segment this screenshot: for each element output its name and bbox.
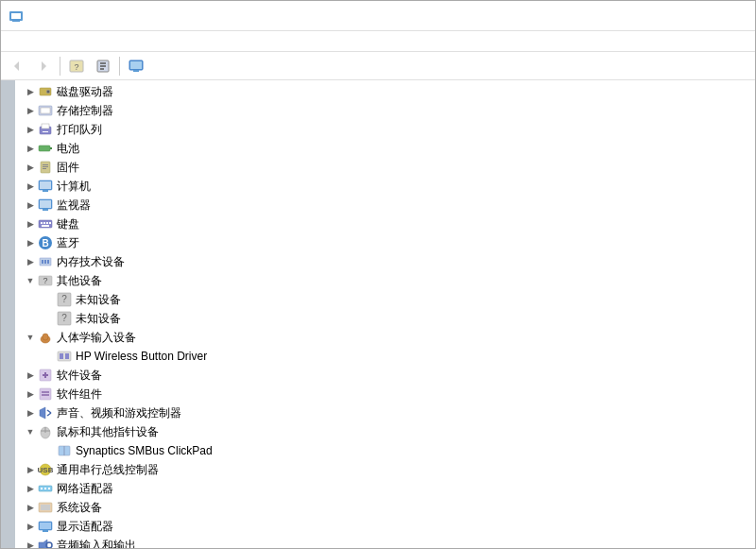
tree-item-storagectl[interactable]: ▶存储控制器 xyxy=(15,101,755,120)
expand-icon[interactable]: ▶ xyxy=(23,216,38,232)
tree-item-printqueue[interactable]: ▶打印队列 xyxy=(15,120,755,139)
tree-item-firmware[interactable]: ▶固件 xyxy=(15,158,755,177)
expand-icon[interactable]: ▶ xyxy=(23,481,38,496)
svg-rect-53 xyxy=(43,334,48,340)
content-area: ▶磁盘驱动器▶存储控制器▶打印队列▶电池▶固件▶计算机▶监视器▶键盘▶B蓝牙▶内… xyxy=(1,80,755,548)
device-label: 未知设备 xyxy=(76,292,121,308)
svg-rect-27 xyxy=(43,168,46,169)
tree-item-serial[interactable]: ▶USB通用串行总线控制器 xyxy=(15,460,755,479)
expand-icon[interactable]: ▶ xyxy=(23,254,38,269)
device-icon xyxy=(38,103,53,118)
tree-item-netadapter[interactable]: ▶网络适配器 xyxy=(15,479,755,498)
tree-item-softdev[interactable]: ▶软件设备 xyxy=(15,366,755,385)
svg-rect-25 xyxy=(43,164,48,165)
device-label: 显示适配器 xyxy=(57,519,113,535)
device-label: 通用串行总线控制器 xyxy=(57,462,159,478)
tree-item-sysdev[interactable]: ▶系统设备 xyxy=(15,498,755,517)
expand-icon[interactable]: ▶ xyxy=(23,103,38,118)
forward-button[interactable] xyxy=(31,55,56,77)
svg-rect-38 xyxy=(49,222,51,224)
toolbar-sep-2 xyxy=(119,57,120,76)
device-icon xyxy=(38,368,53,383)
tree-item-softcomp[interactable]: ▶软件组件 xyxy=(15,385,755,403)
tree-item-battery[interactable]: ▶电池 xyxy=(15,139,755,158)
properties-button[interactable] xyxy=(91,55,115,77)
back-button[interactable] xyxy=(5,55,29,77)
svg-rect-21 xyxy=(43,131,48,132)
expand-icon[interactable]: ▶ xyxy=(23,235,38,250)
device-icon xyxy=(38,216,53,232)
expand-icon[interactable]: ▶ xyxy=(23,84,38,99)
device-tree[interactable]: ▶磁盘驱动器▶存储控制器▶打印队列▶电池▶固件▶计算机▶监视器▶键盘▶B蓝牙▶内… xyxy=(15,80,755,548)
collapse-icon[interactable]: ▼ xyxy=(23,424,38,439)
device-label: 网络适配器 xyxy=(57,481,113,497)
device-label: 内存技术设备 xyxy=(57,254,125,270)
tree-item-monitor[interactable]: ▶监视器 xyxy=(15,196,755,214)
tree-item-unknown2[interactable]: ?未知设备 xyxy=(15,309,755,328)
tree-item-bluetooth[interactable]: ▶B蓝牙 xyxy=(15,233,755,252)
expand-icon[interactable]: ▶ xyxy=(23,405,38,420)
expand-icon[interactable]: ▶ xyxy=(23,462,38,477)
tree-item-other[interactable]: ▼?其他设备 xyxy=(15,271,755,290)
expand-icon[interactable]: ▶ xyxy=(23,197,38,213)
expand-icon[interactable]: ▶ xyxy=(23,122,38,137)
tree-item-hpwbd[interactable]: HP Wireless Button Driver xyxy=(15,347,755,366)
menu-view[interactable] xyxy=(35,31,50,51)
device-label: 键盘 xyxy=(57,216,79,232)
device-label: 声音、视频和游戏控制器 xyxy=(57,405,181,421)
expand-icon[interactable]: ▶ xyxy=(23,500,38,515)
expand-icon[interactable]: ▶ xyxy=(23,386,38,402)
expand-icon[interactable]: ▶ xyxy=(23,368,38,383)
tree-item-mouse[interactable]: ▼鼠标和其他指针设备 xyxy=(15,422,755,441)
tree-item-keyboard[interactable]: ▶键盘 xyxy=(15,214,755,233)
tree-item-hid[interactable]: ▼人体学输入设备 xyxy=(15,328,755,347)
tree-item-audioio[interactable]: ▶音频输入和输出 xyxy=(15,536,755,548)
device-label: 系统设备 xyxy=(57,500,102,516)
maximize-button[interactable] xyxy=(661,1,704,31)
device-icon xyxy=(38,122,53,137)
toolbar-sep-1 xyxy=(60,57,60,76)
tree-item-displayadap[interactable]: ▶显示适配器 xyxy=(15,517,755,536)
svg-rect-2 xyxy=(12,20,20,22)
svg-rect-20 xyxy=(42,124,49,129)
svg-marker-63 xyxy=(40,407,45,419)
monitor-button[interactable] xyxy=(124,55,148,77)
help-button[interactable]: ? xyxy=(64,55,89,77)
title-bar-controls xyxy=(617,1,747,31)
device-icon xyxy=(38,481,53,496)
expand-icon[interactable]: ▶ xyxy=(23,538,38,548)
minimize-button[interactable] xyxy=(617,1,661,31)
collapse-icon[interactable]: ▼ xyxy=(23,330,38,345)
menu-help[interactable] xyxy=(50,31,65,51)
window-icon xyxy=(9,9,24,24)
svg-text:?: ? xyxy=(61,313,67,323)
menu-action[interactable] xyxy=(20,31,35,51)
svg-rect-23 xyxy=(50,147,52,149)
expand-icon[interactable]: ▶ xyxy=(23,179,38,194)
svg-text:?: ? xyxy=(74,62,78,72)
tree-item-audiogame[interactable]: ▶声音、视频和游戏控制器 xyxy=(15,403,755,422)
expand-icon[interactable]: ▶ xyxy=(23,141,38,156)
tree-item-unknown1[interactable]: ?未知设备 xyxy=(15,290,755,309)
tree-item-memtech[interactable]: ▶内存技术设备 xyxy=(15,252,755,271)
svg-rect-39 xyxy=(42,225,49,227)
device-icon xyxy=(38,141,53,156)
expand-icon[interactable]: ▶ xyxy=(23,160,38,175)
tree-item-synaptics[interactable]: Synaptics SMBus ClickPad xyxy=(15,441,755,460)
svg-point-16 xyxy=(47,91,49,93)
menu-file[interactable] xyxy=(5,31,20,51)
device-label: 固件 xyxy=(57,160,79,176)
close-button[interactable] xyxy=(704,1,747,31)
collapse-icon[interactable]: ▼ xyxy=(23,273,38,288)
svg-rect-37 xyxy=(46,222,48,224)
device-icon xyxy=(38,519,53,534)
svg-rect-13 xyxy=(133,70,139,72)
tree-item-computer[interactable]: ▶计算机 xyxy=(15,177,755,196)
svg-rect-74 xyxy=(41,488,43,489)
tree-item-diskdrv[interactable]: ▶磁盘驱动器 xyxy=(15,82,755,101)
svg-rect-44 xyxy=(44,260,46,264)
device-icon xyxy=(38,538,53,548)
expand-icon[interactable]: ▶ xyxy=(23,519,38,534)
device-label: 蓝牙 xyxy=(57,235,79,251)
device-label: HP Wireless Button Driver xyxy=(76,350,207,363)
